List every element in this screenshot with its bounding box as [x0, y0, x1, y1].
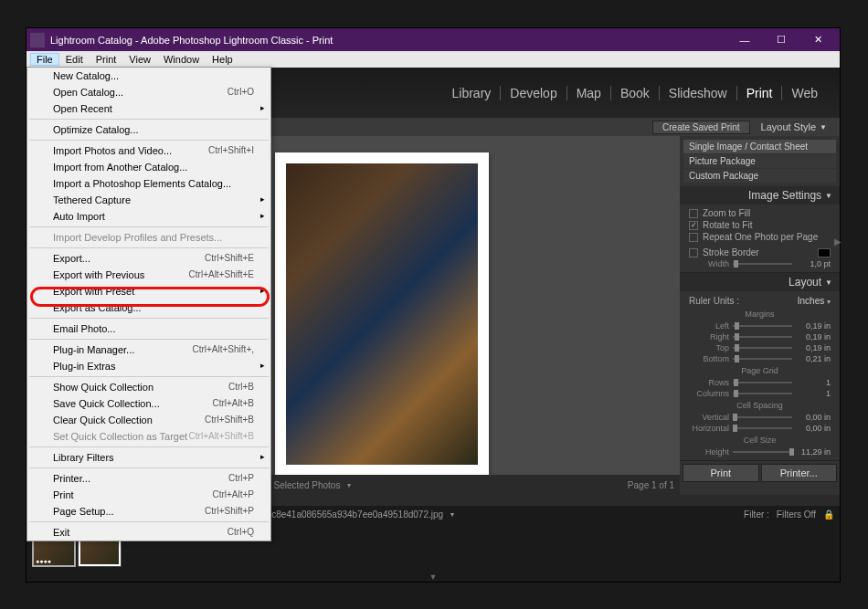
chevron-down-icon: ▼	[825, 278, 832, 287]
page-grid-label: Page Grid	[683, 364, 836, 377]
menu-separator	[29, 467, 269, 468]
expand-right-icon[interactable]: ▶	[834, 236, 842, 247]
zoom-to-fill-checkbox[interactable]	[689, 209, 698, 218]
cell-height-value: 11,29 in	[796, 447, 831, 457]
menu-help[interactable]: Help	[206, 53, 239, 66]
margin-bottom-label: Bottom	[689, 354, 729, 363]
margin-left-value: 0,19 in	[796, 321, 831, 331]
module-tab-library[interactable]: Library	[443, 86, 502, 100]
stroke-border-checkbox[interactable]	[689, 248, 698, 257]
chevron-down-icon: ▼	[825, 192, 832, 200]
margin-left-slider[interactable]	[733, 325, 792, 327]
layout-header[interactable]: Layout▼	[680, 273, 840, 291]
menu-item-tethered-capture[interactable]: Tethered Capture	[27, 192, 270, 208]
cell-height-slider[interactable]	[733, 451, 792, 453]
rotate-to-fit-checkbox[interactable]: ✓	[689, 221, 698, 230]
menu-separator	[29, 226, 269, 227]
menu-item-import-a-photoshop-elements-catalog[interactable]: Import a Photoshop Elements Catalog...	[27, 175, 270, 192]
titlebar: Lightroom Catalog - Adobe Photoshop Ligh…	[26, 28, 840, 51]
menu-view[interactable]: View	[122, 53, 157, 66]
menu-item-save-quick-collection[interactable]: Save Quick Collection...Ctrl+Alt+B	[27, 395, 270, 412]
menu-item-open-catalog[interactable]: Open Catalog...Ctrl+O	[27, 84, 270, 100]
chevron-down-icon[interactable]: ▾	[347, 481, 351, 489]
menu-item-show-quick-collection[interactable]: Show Quick CollectionCtrl+B	[27, 379, 270, 395]
menu-item-export-as-catalog[interactable]: Export as Catalog...	[27, 299, 270, 316]
lock-icon[interactable]: 🔒	[823, 509, 834, 520]
cell-spacing-label: Cell Spacing	[683, 399, 836, 412]
right-panel: Single Image / Contact Sheet Picture Pac…	[680, 136, 840, 495]
menu-item-export[interactable]: Export...Ctrl+Shift+E	[27, 250, 270, 267]
module-tab-develop[interactable]: Develop	[501, 86, 566, 100]
ruler-units-value[interactable]: Inches	[798, 296, 824, 306]
menu-separator	[29, 318, 269, 319]
stroke-width-slider[interactable]	[733, 263, 792, 265]
print-preview[interactable]	[275, 152, 489, 476]
margin-top-label: Top	[689, 343, 729, 352]
layout-style-label: Layout Style▼	[752, 121, 836, 132]
menu-item-optimize-catalog[interactable]: Optimize Catalog...	[27, 121, 270, 138]
columns-slider[interactable]	[733, 393, 792, 394]
chevron-down-icon[interactable]: ▾	[827, 298, 831, 306]
minimize-button[interactable]: —	[726, 28, 763, 51]
chevron-down-icon[interactable]: ▾	[450, 510, 454, 519]
columns-value: 1	[796, 389, 831, 398]
image-settings-header[interactable]: Image Settings▼	[680, 186, 840, 205]
filter-value[interactable]: Filters Off	[777, 509, 816, 520]
margin-bottom-slider[interactable]	[733, 358, 792, 360]
module-tab-book[interactable]: Book	[611, 86, 660, 100]
stroke-color-swatch[interactable]	[818, 248, 831, 257]
menu-item-printer[interactable]: Printer...Ctrl+P	[27, 470, 270, 487]
menu-item-export-with-preset[interactable]: Export with Preset	[27, 283, 270, 299]
vertical-spacing-slider[interactable]	[733, 416, 792, 418]
menu-item-export-with-previous[interactable]: Export with PreviousCtrl+Alt+Shift+E	[27, 267, 270, 283]
menu-item-page-setup[interactable]: Page Setup...Ctrl+Shift+P	[27, 503, 270, 520]
opt-single-image[interactable]: Single Image / Contact Sheet	[683, 140, 836, 153]
stroke-width-value: 1,0 pt	[796, 259, 831, 268]
menu-item-import-photos-and-video[interactable]: Import Photos and Video...Ctrl+Shift+I	[27, 142, 270, 159]
rows-slider[interactable]	[733, 382, 792, 383]
menu-item-plug-in-extras[interactable]: Plug-in Extras	[27, 358, 270, 374]
module-tab-print[interactable]: Print	[737, 86, 783, 100]
page-status: Page 1 of 1	[628, 480, 674, 490]
horizontal-spacing-value: 0,00 in	[796, 424, 831, 433]
margin-right-value: 0,19 in	[796, 332, 831, 341]
opt-picture-package[interactable]: Picture Package	[683, 154, 836, 168]
menu-item-library-filters[interactable]: Library Filters	[27, 449, 270, 466]
close-button[interactable]: ✕	[799, 28, 836, 51]
menu-print[interactable]: Print	[90, 53, 123, 66]
margin-right-slider[interactable]	[733, 336, 792, 338]
module-tab-slideshow[interactable]: Slideshow	[660, 86, 737, 100]
use-value[interactable]: Selected Photos	[274, 480, 341, 490]
menu-item-set-quick-collection-as-target: Set Quick Collection as TargetCtrl+Alt+S…	[27, 428, 270, 445]
margin-left-label: Left	[689, 321, 729, 331]
menu-item-auto-import[interactable]: Auto Import	[27, 208, 270, 225]
module-tab-web[interactable]: Web	[782, 86, 827, 100]
menu-item-open-recent[interactable]: Open Recent	[27, 100, 270, 117]
menu-item-exit[interactable]: ExitCtrl+Q	[27, 524, 270, 541]
menu-item-print[interactable]: PrintCtrl+Alt+P	[27, 487, 270, 503]
menu-item-plug-in-manager[interactable]: Plug-in Manager...Ctrl+Alt+Shift+,	[27, 341, 270, 358]
menu-window[interactable]: Window	[157, 53, 206, 66]
horizontal-spacing-slider[interactable]	[733, 427, 792, 429]
menu-edit[interactable]: Edit	[59, 53, 90, 66]
opt-custom-package[interactable]: Custom Package	[683, 169, 836, 183]
create-saved-print-button[interactable]: Create Saved Print	[652, 121, 750, 134]
vertical-spacing-label: Vertical	[689, 413, 729, 422]
margin-top-slider[interactable]	[733, 347, 792, 349]
repeat-photo-checkbox[interactable]	[689, 233, 698, 242]
margin-right-label: Right	[689, 332, 729, 341]
print-button[interactable]: Print	[683, 464, 759, 482]
zoom-to-fill-label: Zoom to Fill	[703, 208, 750, 218]
menu-item-new-catalog[interactable]: New Catalog...	[27, 68, 270, 84]
menu-separator	[29, 119, 269, 120]
printer-button[interactable]: Printer...	[761, 464, 838, 482]
menu-separator	[29, 339, 269, 340]
margins-label: Margins	[683, 308, 836, 320]
menu-file[interactable]: File	[30, 53, 59, 66]
module-tab-map[interactable]: Map	[567, 86, 611, 100]
collapse-filmstrip-icon[interactable]: ▼	[26, 572, 840, 582]
menu-item-email-photo[interactable]: Email Photo...	[27, 320, 270, 337]
maximize-button[interactable]: ☐	[763, 28, 799, 51]
menu-item-clear-quick-collection[interactable]: Clear Quick CollectionCtrl+Shift+B	[27, 412, 270, 428]
menu-item-import-from-another-catalog[interactable]: Import from Another Catalog...	[27, 159, 270, 175]
